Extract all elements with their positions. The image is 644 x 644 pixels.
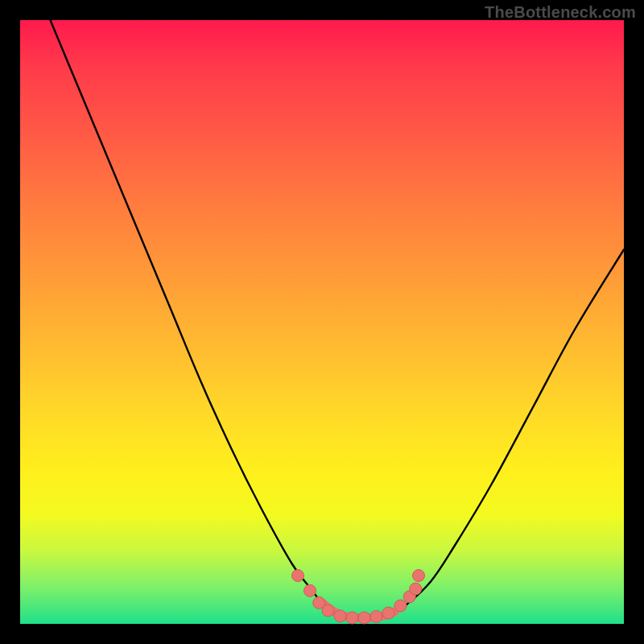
curve-marker: [370, 611, 382, 623]
curve-marker: [304, 584, 316, 597]
curve-marker: [358, 612, 370, 624]
curve-svg: [20, 20, 624, 624]
curve-marker: [346, 612, 358, 624]
curve-marker: [413, 570, 425, 582]
plot-area: [20, 20, 624, 624]
curve-marker: [382, 607, 394, 619]
curve-marker: [334, 610, 346, 622]
curve-marker: [410, 583, 422, 595]
curve-marker: [394, 600, 407, 612]
bottleneck-curve: [51, 20, 625, 618]
watermark-text: TheBottleneck.com: [485, 3, 636, 22]
curve-markers: [292, 570, 425, 625]
curve-marker: [322, 605, 334, 617]
chart-frame: TheBottleneck.com: [0, 0, 644, 644]
curve-marker: [292, 570, 304, 582]
